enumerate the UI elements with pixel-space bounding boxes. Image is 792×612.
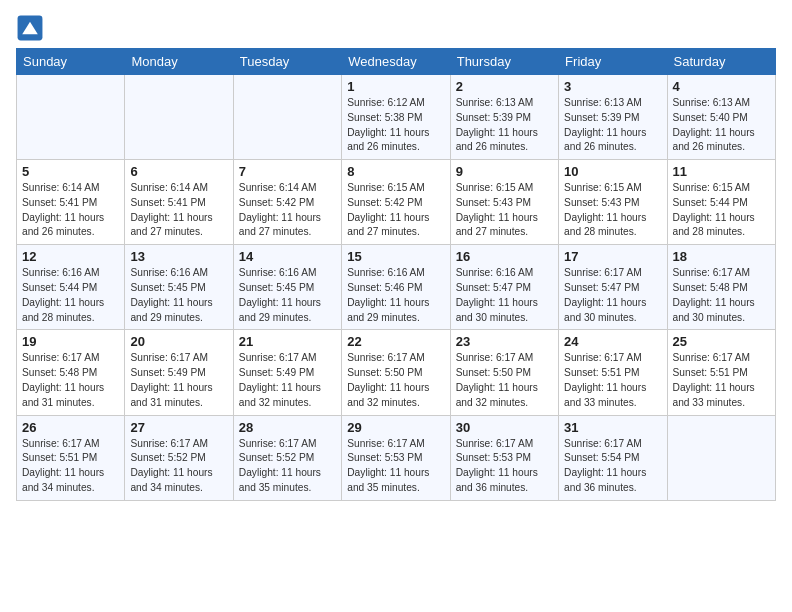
day-number: 23 [456, 334, 553, 349]
day-info: Sunrise: 6:13 AMSunset: 5:40 PMDaylight:… [673, 96, 770, 155]
day-cell: 29Sunrise: 6:17 AMSunset: 5:53 PMDayligh… [342, 415, 450, 500]
day-number: 3 [564, 79, 661, 94]
day-number: 15 [347, 249, 444, 264]
day-cell: 6Sunrise: 6:14 AMSunset: 5:41 PMDaylight… [125, 160, 233, 245]
day-info: Sunrise: 6:17 AMSunset: 5:49 PMDaylight:… [239, 351, 336, 410]
day-cell: 14Sunrise: 6:16 AMSunset: 5:45 PMDayligh… [233, 245, 341, 330]
day-number: 8 [347, 164, 444, 179]
day-number: 7 [239, 164, 336, 179]
day-cell: 13Sunrise: 6:16 AMSunset: 5:45 PMDayligh… [125, 245, 233, 330]
day-info: Sunrise: 6:17 AMSunset: 5:47 PMDaylight:… [564, 266, 661, 325]
day-info: Sunrise: 6:17 AMSunset: 5:52 PMDaylight:… [239, 437, 336, 496]
day-number: 12 [22, 249, 119, 264]
day-number: 5 [22, 164, 119, 179]
day-info: Sunrise: 6:14 AMSunset: 5:41 PMDaylight:… [22, 181, 119, 240]
weekday-header-row: SundayMondayTuesdayWednesdayThursdayFrid… [17, 49, 776, 75]
day-cell: 22Sunrise: 6:17 AMSunset: 5:50 PMDayligh… [342, 330, 450, 415]
day-number: 18 [673, 249, 770, 264]
day-number: 1 [347, 79, 444, 94]
day-cell: 25Sunrise: 6:17 AMSunset: 5:51 PMDayligh… [667, 330, 775, 415]
weekday-header-tuesday: Tuesday [233, 49, 341, 75]
day-cell: 28Sunrise: 6:17 AMSunset: 5:52 PMDayligh… [233, 415, 341, 500]
day-info: Sunrise: 6:17 AMSunset: 5:52 PMDaylight:… [130, 437, 227, 496]
day-info: Sunrise: 6:17 AMSunset: 5:51 PMDaylight:… [564, 351, 661, 410]
day-cell: 27Sunrise: 6:17 AMSunset: 5:52 PMDayligh… [125, 415, 233, 500]
day-info: Sunrise: 6:16 AMSunset: 5:45 PMDaylight:… [239, 266, 336, 325]
weekday-header-monday: Monday [125, 49, 233, 75]
day-info: Sunrise: 6:16 AMSunset: 5:44 PMDaylight:… [22, 266, 119, 325]
day-cell [17, 75, 125, 160]
week-row-2: 5Sunrise: 6:14 AMSunset: 5:41 PMDaylight… [17, 160, 776, 245]
day-number: 31 [564, 420, 661, 435]
day-info: Sunrise: 6:15 AMSunset: 5:44 PMDaylight:… [673, 181, 770, 240]
day-cell: 11Sunrise: 6:15 AMSunset: 5:44 PMDayligh… [667, 160, 775, 245]
day-info: Sunrise: 6:12 AMSunset: 5:38 PMDaylight:… [347, 96, 444, 155]
generalblue-logo-icon [16, 14, 44, 42]
day-cell: 17Sunrise: 6:17 AMSunset: 5:47 PMDayligh… [559, 245, 667, 330]
logo-area [16, 10, 46, 42]
day-cell: 20Sunrise: 6:17 AMSunset: 5:49 PMDayligh… [125, 330, 233, 415]
day-cell: 15Sunrise: 6:16 AMSunset: 5:46 PMDayligh… [342, 245, 450, 330]
day-cell: 2Sunrise: 6:13 AMSunset: 5:39 PMDaylight… [450, 75, 558, 160]
day-number: 4 [673, 79, 770, 94]
weekday-header-saturday: Saturday [667, 49, 775, 75]
day-cell [125, 75, 233, 160]
day-info: Sunrise: 6:17 AMSunset: 5:50 PMDaylight:… [347, 351, 444, 410]
day-cell: 9Sunrise: 6:15 AMSunset: 5:43 PMDaylight… [450, 160, 558, 245]
week-row-3: 12Sunrise: 6:16 AMSunset: 5:44 PMDayligh… [17, 245, 776, 330]
day-number: 24 [564, 334, 661, 349]
day-number: 16 [456, 249, 553, 264]
day-info: Sunrise: 6:16 AMSunset: 5:47 PMDaylight:… [456, 266, 553, 325]
day-cell: 5Sunrise: 6:14 AMSunset: 5:41 PMDaylight… [17, 160, 125, 245]
day-number: 25 [673, 334, 770, 349]
day-number: 14 [239, 249, 336, 264]
day-info: Sunrise: 6:13 AMSunset: 5:39 PMDaylight:… [564, 96, 661, 155]
day-cell: 31Sunrise: 6:17 AMSunset: 5:54 PMDayligh… [559, 415, 667, 500]
day-number: 6 [130, 164, 227, 179]
day-info: Sunrise: 6:17 AMSunset: 5:48 PMDaylight:… [673, 266, 770, 325]
day-cell: 12Sunrise: 6:16 AMSunset: 5:44 PMDayligh… [17, 245, 125, 330]
day-info: Sunrise: 6:15 AMSunset: 5:42 PMDaylight:… [347, 181, 444, 240]
day-info: Sunrise: 6:14 AMSunset: 5:42 PMDaylight:… [239, 181, 336, 240]
page: SundayMondayTuesdayWednesdayThursdayFrid… [0, 0, 792, 612]
day-number: 28 [239, 420, 336, 435]
day-cell: 1Sunrise: 6:12 AMSunset: 5:38 PMDaylight… [342, 75, 450, 160]
day-cell: 4Sunrise: 6:13 AMSunset: 5:40 PMDaylight… [667, 75, 775, 160]
day-cell: 24Sunrise: 6:17 AMSunset: 5:51 PMDayligh… [559, 330, 667, 415]
day-cell: 26Sunrise: 6:17 AMSunset: 5:51 PMDayligh… [17, 415, 125, 500]
day-info: Sunrise: 6:17 AMSunset: 5:53 PMDaylight:… [347, 437, 444, 496]
day-info: Sunrise: 6:17 AMSunset: 5:53 PMDaylight:… [456, 437, 553, 496]
week-row-5: 26Sunrise: 6:17 AMSunset: 5:51 PMDayligh… [17, 415, 776, 500]
day-info: Sunrise: 6:17 AMSunset: 5:50 PMDaylight:… [456, 351, 553, 410]
day-info: Sunrise: 6:17 AMSunset: 5:54 PMDaylight:… [564, 437, 661, 496]
day-cell [667, 415, 775, 500]
weekday-header-thursday: Thursday [450, 49, 558, 75]
day-info: Sunrise: 6:15 AMSunset: 5:43 PMDaylight:… [456, 181, 553, 240]
day-cell: 8Sunrise: 6:15 AMSunset: 5:42 PMDaylight… [342, 160, 450, 245]
day-number: 11 [673, 164, 770, 179]
day-cell: 30Sunrise: 6:17 AMSunset: 5:53 PMDayligh… [450, 415, 558, 500]
day-number: 9 [456, 164, 553, 179]
day-cell [233, 75, 341, 160]
weekday-header-friday: Friday [559, 49, 667, 75]
day-cell: 18Sunrise: 6:17 AMSunset: 5:48 PMDayligh… [667, 245, 775, 330]
day-number: 2 [456, 79, 553, 94]
weekday-header-sunday: Sunday [17, 49, 125, 75]
day-info: Sunrise: 6:15 AMSunset: 5:43 PMDaylight:… [564, 181, 661, 240]
day-number: 22 [347, 334, 444, 349]
day-number: 17 [564, 249, 661, 264]
day-cell: 7Sunrise: 6:14 AMSunset: 5:42 PMDaylight… [233, 160, 341, 245]
weekday-header-wednesday: Wednesday [342, 49, 450, 75]
day-cell: 19Sunrise: 6:17 AMSunset: 5:48 PMDayligh… [17, 330, 125, 415]
week-row-1: 1Sunrise: 6:12 AMSunset: 5:38 PMDaylight… [17, 75, 776, 160]
day-number: 21 [239, 334, 336, 349]
day-cell: 10Sunrise: 6:15 AMSunset: 5:43 PMDayligh… [559, 160, 667, 245]
day-number: 27 [130, 420, 227, 435]
day-number: 20 [130, 334, 227, 349]
day-number: 30 [456, 420, 553, 435]
day-number: 13 [130, 249, 227, 264]
day-info: Sunrise: 6:17 AMSunset: 5:51 PMDaylight:… [673, 351, 770, 410]
day-info: Sunrise: 6:13 AMSunset: 5:39 PMDaylight:… [456, 96, 553, 155]
header [16, 10, 776, 42]
day-info: Sunrise: 6:14 AMSunset: 5:41 PMDaylight:… [130, 181, 227, 240]
